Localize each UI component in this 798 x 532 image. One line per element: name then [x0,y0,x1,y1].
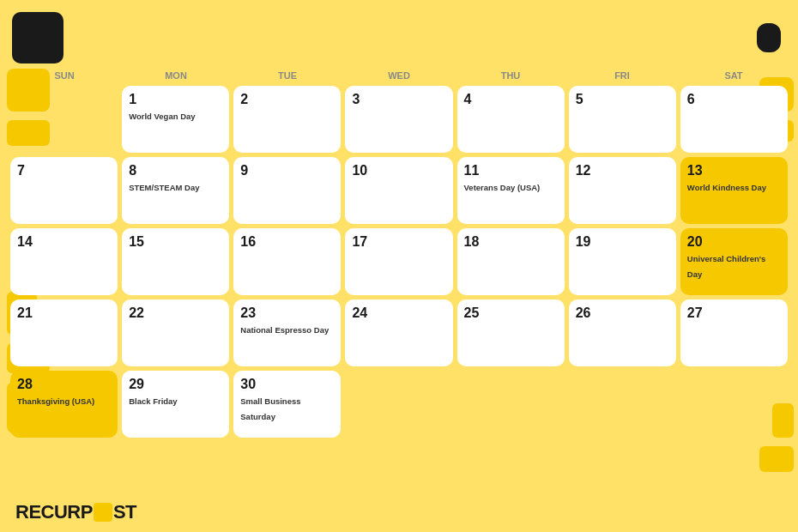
cell-number-10: 10 [352,162,445,178]
cell-event-8: STEM/STEAM Day [129,183,199,192]
cell-number-23: 23 [240,305,334,321]
calendar-cell-15[interactable]: 15 [122,228,229,295]
calendar-cell-empty-0 [10,86,118,153]
cell-number-8: 8 [129,162,222,178]
cell-number-15: 15 [129,233,222,250]
cell-number-4: 4 [464,91,558,107]
calendar-cell-29[interactable]: 29Black Friday [122,371,229,438]
month-number [12,12,63,63]
cell-number-5: 5 [576,91,669,107]
calendar-cell-2[interactable]: 2 [233,86,341,153]
calendar-cell-16[interactable]: 16 [233,228,341,295]
calendar-cell-10[interactable]: 10 [345,157,452,224]
calendar-cell-22[interactable]: 22 [122,299,229,366]
cell-event-23: National Espresso Day [240,325,329,335]
cell-number-16: 16 [240,233,334,250]
calendar-cell-3[interactable]: 3 [345,86,452,153]
cell-number-18: 18 [464,233,558,250]
deco-shape-8 [772,403,794,438]
cell-event-20: Universal Children's Day [687,254,765,279]
calendar-cell-26[interactable]: 26 [569,299,676,366]
calendar-cell-11[interactable]: 11Veterans Day (USA) [457,157,565,224]
calendar-cell-12[interactable]: 12 [569,157,676,224]
cell-number-20: 20 [687,233,781,250]
day-header-thu: Thu [456,69,565,82]
cell-number-29: 29 [129,376,222,392]
day-header-mon: Mon [122,69,230,82]
calendar-cell-20[interactable]: 20Universal Children's Day [680,228,788,295]
cell-event-28: Thanksgiving (USA) [17,396,94,406]
calendar-cell-23[interactable]: 23National Espresso Day [233,299,341,366]
logo-icon [94,503,112,522]
cell-number-3: 3 [352,91,445,107]
cell-number-25: 25 [464,305,558,321]
calendar-cell-7[interactable]: 7 [10,157,118,224]
cell-number-7: 7 [17,162,111,178]
calendar-cell-1[interactable]: 1World Vegan Day [122,86,229,153]
calendar-cell-24[interactable]: 24 [345,299,452,366]
cell-number-9: 9 [240,162,334,178]
cell-number-27: 27 [687,305,781,321]
cell-event-11: Veterans Day (USA) [464,183,541,192]
cell-number-26: 26 [576,305,669,321]
cell-event-30: Small Business Saturday [240,396,300,421]
day-header-wed: Wed [345,69,453,82]
logo-text: RECURPST [15,501,136,523]
calendar-cell-27[interactable]: 27 [680,299,788,366]
calendar-cell-25[interactable]: 25 [457,299,565,366]
header [0,0,798,69]
cell-number-21: 21 [17,305,111,321]
cell-number-2: 2 [240,91,334,107]
calendar-cell-17[interactable]: 17 [345,228,452,295]
calendar-cell-4[interactable]: 4 [457,86,565,153]
cell-event-13: World Kindness Day [687,183,766,192]
calendar-cell-28[interactable]: 28Thanksgiving (USA) [10,371,118,438]
cell-number-14: 14 [17,233,111,250]
calendar-grid: 1World Vegan Day2345678STEM/STEAM Day910… [0,86,798,444]
day-header-fri: Fri [568,69,676,82]
cell-number-19: 19 [576,233,669,250]
cell-number-1: 1 [129,91,222,107]
deco-shape-9 [759,446,794,472]
calendar-cell-9[interactable]: 9 [233,157,341,224]
cell-number-12: 12 [576,162,669,178]
cell-number-24: 24 [352,305,445,321]
cell-number-6: 6 [687,91,781,107]
cell-number-17: 17 [352,233,445,250]
calendar-cell-19[interactable]: 19 [569,228,676,295]
cell-event-29: Black Friday [129,396,178,406]
cell-number-11: 11 [464,162,558,178]
calendar-cell-30[interactable]: 30Small Business Saturday [233,371,341,438]
calendar-cell-8[interactable]: 8STEM/STEAM Day [122,157,229,224]
cell-number-13: 13 [687,162,781,178]
cell-number-22: 22 [129,305,222,321]
calendar-cell-6[interactable]: 6 [680,86,788,153]
footer: RECURPST [15,501,136,523]
day-header-tue: Tue [233,69,342,82]
cell-event-1: World Vegan Day [129,112,195,121]
calendar-cell-13[interactable]: 13World Kindness Day [680,157,788,224]
cell-number-28: 28 [17,376,111,392]
cell-number-30: 30 [240,376,334,392]
calendar-cell-14[interactable]: 14 [10,228,118,295]
calendar-cell-5[interactable]: 5 [569,86,676,153]
brand-badge [757,23,781,52]
day-headers: SunMonTueWedThuFriSat [0,69,798,82]
calendar-cell-18[interactable]: 18 [457,228,565,295]
calendar-cell-21[interactable]: 21 [10,299,118,366]
